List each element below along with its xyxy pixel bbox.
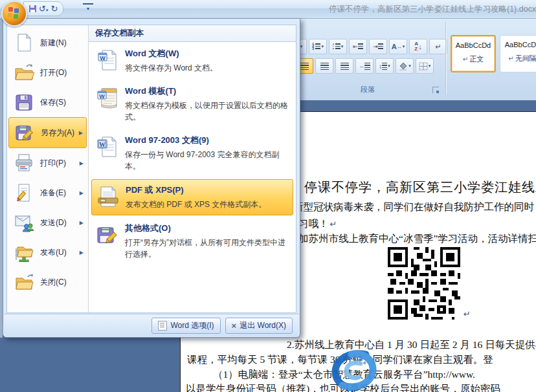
style-no-spacing[interactable]: AaBbCcDd ↵无间隔 [500,35,536,72]
document-line: 习哦！↵ [298,217,337,231]
quick-access-toolbar: ↺▾ ↻ [23,1,63,16]
menu-item-prepare[interactable]: 准备(E) ▶ [8,178,87,208]
print-icon [14,153,34,173]
document-line: 加苏州市线上教育中心“冰雪季”学习活动，活动详情扫描二 [298,232,536,246]
save-as-submenu: 保存文档副本 W Word 文档(W) 将文件保存为 Word 文档。 W Wo… [89,25,296,312]
watermark-swirl-logo [326,349,383,392]
submenu-arrow-icon: ▶ [79,130,83,136]
decrease-indent-button[interactable]: ⇤ [349,39,367,54]
paragraph-mark-icon: ↵ [463,309,471,319]
asian-layout-icon: A [392,43,397,50]
title-bar[interactable]: ↺▾ ↻ ▾ 停课不停学，高新区第三小学娄江娃线上学习攻略(1).docx - … [0,0,536,19]
office-menu-footer: Word 选项(I) × 退出 Word(X) [4,314,299,336]
pilcrow-icon: ↵ [463,56,468,63]
borders-button[interactable]: ▾ [416,58,434,74]
submenu-item-word-document[interactable]: W Word 文档(W) 将文件保存为 Word 文档。 [91,43,293,78]
style-normal[interactable]: AaBbCcDd ↵正文 [451,35,496,72]
distribute-icon [364,63,370,70]
increase-indent-button[interactable]: ⇥ [369,39,387,54]
menu-item-open[interactable]: 打开(O) [8,58,87,87]
distribute-button[interactable]: ↔ [355,58,374,74]
submenu-header: 保存文档副本 [89,25,296,42]
qr-code-image [388,247,460,320]
redo-icon[interactable]: ↻ [50,5,58,13]
borders-icon [419,62,428,71]
document-line: 2.苏州线上教育中心自 1 月 30 日起至 2 月 16 日每天提供小学一至 [287,338,536,352]
paragraph-group-label: 段落 [293,85,443,94]
submenu-item-pdf-xps[interactable]: PDF 或 XPS(P) 发布文档的 PDF 或 XPS 文件格式副本。 [91,179,293,215]
paragraph-mark-icon: ↵ [435,43,441,51]
sort-button[interactable]: AZ↓ [409,39,427,54]
office-menu: 新建(N) 打开(O) 保存(S) 另存为(A) ▶ 打印( [3,18,300,338]
other-formats-icon [96,224,118,246]
word-2007-window: ▾ 123▾ ▪▫▪▾ ⇤ ⇥ A↔▾ AZ↓ ↵ ↔ ↕▾ ▾ [0,0,536,392]
multilevel-list-icon: ▪▫▪ [333,43,334,50]
multilevel-list-button[interactable]: ▪▫▪▾ [329,39,347,54]
menu-item-new[interactable]: 新建(N) [8,28,87,58]
word-template-icon: W [96,87,118,109]
submenu-item-other-formats[interactable]: 其他格式(O) 打开“另存为”对话框，从所有可用文件类型中进行选择。 [91,218,293,265]
submenu-arrow-icon: ▶ [80,250,84,256]
align-right-button[interactable] [335,58,353,74]
office-button[interactable] [1,1,27,27]
word-document-icon: W [96,49,118,71]
window-title: 停课不停学，高新区第三小学娄江娃线上学习攻略(1).docx - Micr [329,4,536,15]
svg-text:W: W [100,55,106,61]
show-marks-button[interactable]: ↵ [429,39,447,54]
submenu-item-word-97-2003[interactable]: W Word 97-2003 文档(9) 保存一份与 Word 97-2003 … [91,130,293,177]
menu-item-close[interactable]: 关闭(C) [8,267,87,297]
line-spacing-button[interactable]: ↕▾ [375,58,394,74]
undo-icon[interactable]: ↺▾ [39,5,48,13]
office-menu-left-column: 新建(N) 打开(O) 保存(S) 另存为(A) ▶ 打印( [7,25,89,312]
exit-word-button[interactable]: × 退出 Word(X) [225,318,293,334]
publish-icon [14,242,34,263]
svg-text:W: W [99,93,105,99]
group-separator [445,22,446,94]
close-icon [14,272,34,292]
menu-item-save-as[interactable]: 另存为(A) ▶ [8,117,87,148]
prepare-icon [14,182,34,203]
increase-indent-icon: ⇥ [373,43,378,50]
paragraph-mark-icon: ↵ [330,219,337,229]
menu-item-save[interactable]: 保存(S) [8,87,87,117]
save-icon [14,92,34,113]
word-options-button[interactable]: Word 选项(I) [151,318,220,334]
svg-text:W: W [99,140,106,147]
save-as-icon [14,122,35,143]
numbering-button[interactable]: 123▾ [309,39,327,54]
word-97-2003-icon: W [96,136,118,158]
align-center-button[interactable] [315,58,333,74]
align-left-icon [300,63,309,70]
paint-bucket-icon [398,62,408,71]
align-right-icon [341,63,349,70]
pilcrow-icon: ↵ [508,55,513,62]
asian-layout-button[interactable]: A↔▾ [389,39,407,54]
save-icon[interactable] [29,5,36,12]
customize-quick-access-icon[interactable]: ▾ [83,3,93,14]
menu-item-publish[interactable]: 发布(U) ▶ [8,237,87,267]
send-icon [14,212,34,233]
submenu-item-word-template[interactable]: W Word 模板(T) 将文档保存为模板，以便用于设置以后文档的格式。 [91,81,293,127]
shading-button[interactable]: ▾ [396,58,414,74]
submenu-arrow-icon: ▶ [80,160,84,166]
paragraph-group: ▾ 123▾ ▪▫▪▾ ⇤ ⇥ A↔▾ AZ↓ ↵ ↔ ↕▾ ▾ [293,21,443,96]
numbering-icon: 123 [312,43,314,50]
submenu-arrow-icon: ▶ [80,190,84,196]
menu-item-print[interactable]: 打印(P) ▶ [8,148,87,178]
new-document-icon [14,32,34,53]
pdf-xps-icon [97,186,119,208]
open-icon [14,62,34,83]
word-options-icon [158,321,167,331]
document-line: 新型冠状病毒来袭，同学们在做好自我防护工作的同时，可以 [293,201,536,214]
submenu-arrow-icon: ▶ [80,220,84,226]
paragraph-dialog-launcher[interactable] [432,87,439,93]
document-heading: 停课不停学，高新区第三小学娄江娃线上学 [304,179,536,196]
exit-icon: × [232,321,237,331]
menu-item-send[interactable]: 发送(D) ▶ [8,208,87,237]
align-center-icon [320,63,329,70]
decrease-indent-icon: ⇤ [353,43,358,50]
